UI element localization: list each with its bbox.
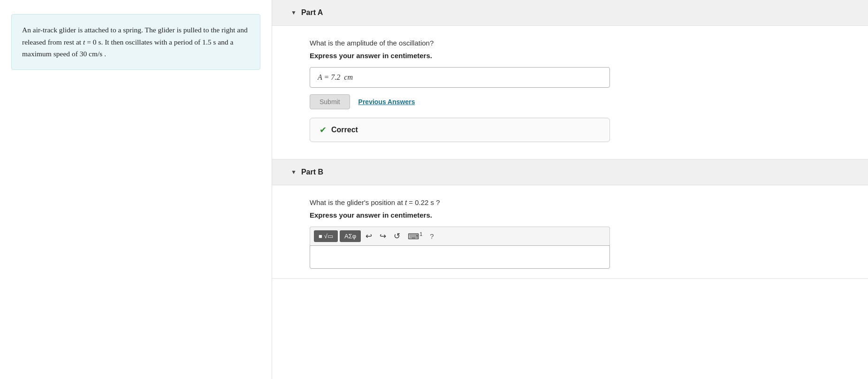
problem-text-3: . — [102, 50, 106, 58]
greek-symbols-button[interactable]: ΑΣφ — [340, 230, 361, 242]
math-templates-button[interactable]: ■ √▭ — [314, 230, 338, 242]
correct-box: ✔ Correct — [310, 118, 610, 142]
redo-button[interactable]: ↪ — [377, 230, 389, 242]
part-b-header[interactable]: ▼ Part B — [272, 159, 868, 185]
problem-units-cm: cm/s — [89, 50, 102, 58]
keyboard-number: 1 — [419, 231, 422, 237]
part-a-header[interactable]: ▼ Part A — [272, 0, 868, 26]
keyboard-button[interactable]: ⌨1 — [405, 230, 425, 243]
right-panel: ▼ Part A What is the amplitude of the os… — [272, 0, 868, 379]
problem-statement: An air-track glider is attached to a spr… — [11, 14, 260, 70]
part-a-chevron: ▼ — [291, 9, 297, 16]
part-b-section: ▼ Part B What is the glider's position a… — [272, 159, 868, 279]
help-icon: ? — [430, 232, 434, 240]
part-b-content: What is the glider's position at t = 0.2… — [272, 185, 868, 278]
part-a-question: What is the amplitude of the oscillation… — [310, 39, 830, 47]
part-a-section: ▼ Part A What is the amplitude of the os… — [272, 0, 868, 159]
part-a-answer-display[interactable]: A = 7.2 cm — [310, 67, 610, 88]
part-a-title: Part A — [301, 8, 323, 17]
part-b-instruction: Express your answer in centimeters. — [310, 211, 830, 219]
help-button[interactable]: ? — [427, 231, 436, 242]
math-toolbar: ■ √▭ ΑΣφ ↩ ↪ ↺ ⌨1 ? — [310, 227, 610, 245]
left-panel: An air-track glider is attached to a spr… — [0, 0, 272, 379]
part-b-q-text1: What is the glider's position at — [310, 198, 405, 206]
part-b-title: Part B — [301, 168, 323, 176]
checkmark-icon: ✔ — [320, 125, 327, 135]
part-b-q-text2: = 0.22 s ? — [407, 198, 440, 206]
undo-button[interactable]: ↩ — [363, 230, 375, 242]
part-b-chevron: ▼ — [291, 169, 297, 176]
part-a-instruction: Express your answer in centimeters. — [310, 52, 830, 60]
part-b-question: What is the glider's position at t = 0.2… — [310, 198, 830, 206]
math-sqrt-icon: √▭ — [324, 233, 333, 240]
part-b-answer-input[interactable] — [310, 245, 610, 269]
math-symbol-icon: ■ — [319, 233, 322, 240]
keyboard-icon: ⌨ — [408, 232, 419, 241]
greek-label: ΑΣφ — [344, 233, 356, 240]
correct-label: Correct — [331, 126, 358, 134]
part-a-action-row: Submit Previous Answers — [310, 94, 830, 109]
previous-answers-link[interactable]: Previous Answers — [358, 98, 415, 106]
submit-button[interactable]: Submit — [310, 94, 350, 109]
refresh-button[interactable]: ↺ — [391, 230, 403, 242]
part-a-content: What is the amplitude of the oscillation… — [272, 26, 868, 159]
